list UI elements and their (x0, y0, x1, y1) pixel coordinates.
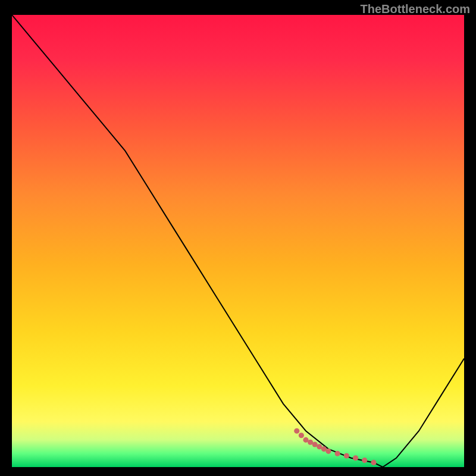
svg-point-1 (294, 428, 299, 434)
chart-plot-area (12, 15, 464, 467)
svg-point-9 (335, 451, 340, 456)
svg-point-13 (371, 460, 376, 465)
svg-point-11 (353, 455, 358, 461)
svg-point-12 (362, 458, 367, 463)
svg-point-2 (299, 433, 304, 438)
svg-point-8 (325, 449, 331, 454)
watermark-text: TheBottleneck.com (361, 2, 470, 16)
svg-point-10 (344, 453, 349, 458)
chart-optimal-dots (12, 15, 464, 467)
